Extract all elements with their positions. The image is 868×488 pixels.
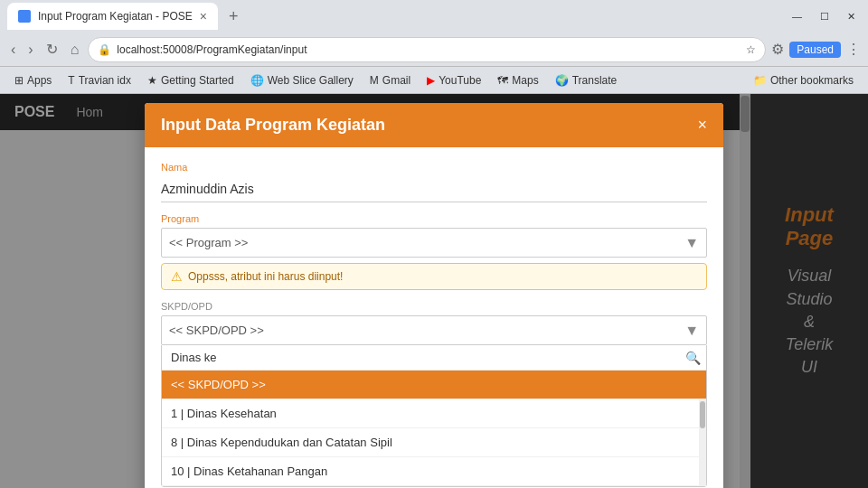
gmail-label: Gmail	[382, 74, 410, 87]
apps-icon: ⊞	[14, 74, 24, 87]
travian-label: Travian idx	[79, 74, 131, 87]
skpd-label: SKPD/OPD	[161, 301, 707, 312]
warning-text: Oppsss, atribut ini harus diinput!	[188, 270, 343, 283]
getting-started-label: Getting Started	[161, 74, 234, 87]
folder-icon: 📁	[753, 74, 767, 87]
skpd-dropdown-popup: 🔍 << SKPD/OPD >> 1 | Dinas Kesehatan 8 |…	[161, 345, 707, 487]
other-bookmarks-label: Other bookmarks	[770, 74, 854, 87]
forward-button[interactable]: ›	[24, 38, 36, 61]
skpd-select[interactable]: << SKPD/OPD >>	[162, 316, 706, 344]
youtube-icon: ▶	[427, 74, 435, 87]
gmail-icon: M	[370, 74, 379, 87]
page-content: POSE Hom Logout InputPage VisualStudio&T…	[0, 94, 868, 488]
apps-label: Apps	[27, 74, 52, 87]
bookmarks-bar: ⊞ Apps T Travian idx ★ Getting Started 🌐…	[0, 67, 868, 94]
maps-label: Maps	[512, 74, 538, 87]
dropdown-search-bar: 🔍	[162, 345, 706, 371]
menu-icon[interactable]: ⋮	[846, 41, 861, 58]
modal-header: Input Data Program Kegiatan ×	[145, 103, 723, 147]
nama-field-group: Nama	[161, 162, 707, 202]
nama-input[interactable]	[161, 176, 707, 202]
back-button[interactable]: ‹	[7, 38, 19, 61]
dropdown-option-1[interactable]: 1 | Dinas Kesehatan	[162, 399, 706, 428]
skpd-select-wrapper: << SKPD/OPD >> ▼	[161, 315, 707, 345]
lock-icon: 🔒	[98, 43, 111, 56]
new-tab-button[interactable]: +	[223, 7, 244, 26]
web-slice-icon: 🌐	[250, 74, 264, 87]
other-bookmarks[interactable]: 📁 Other bookmarks	[746, 72, 861, 89]
skpd-field-group: SKPD/OPD << SKPD/OPD >> ▼ 🔍 << SKPD	[161, 301, 707, 487]
program-label: Program	[161, 213, 707, 224]
tab-close-button[interactable]: ×	[200, 9, 207, 23]
maximize-button[interactable]: ☐	[815, 11, 835, 23]
bookmark-translate[interactable]: 🌍 Translate	[548, 72, 625, 89]
dropdown-search-input[interactable]	[167, 349, 685, 366]
tab-favicon	[18, 10, 31, 23]
refresh-button[interactable]: ↻	[42, 37, 61, 61]
bookmark-getting-started[interactable]: ★ Getting Started	[140, 72, 241, 89]
modal-body: Nama Program << Program >> ▼ ⚠	[145, 147, 723, 488]
warning-icon: ⚠	[171, 269, 183, 284]
browser-toolbar: ‹ › ↻ ⌂ 🔒 localhost:50008/ProgramKegiata…	[0, 33, 868, 67]
bookmark-web-slice[interactable]: 🌐 Web Slice Gallery	[243, 72, 361, 89]
search-icon[interactable]: 🔍	[685, 351, 701, 365]
modal-backdrop: Input Data Program Kegiatan × Nama Progr…	[0, 94, 868, 488]
tab-title: Input Program Kegiatan - POSE	[38, 10, 193, 23]
youtube-label: YouTube	[439, 74, 481, 87]
maps-icon: 🗺	[497, 74, 508, 87]
extensions-icon[interactable]: ⚙	[771, 41, 784, 58]
nama-label: Nama	[161, 162, 707, 173]
translate-label: Translate	[572, 74, 618, 87]
dropdown-option-8[interactable]: 8 | Dinas Kependudukan dan Catatan Sipil	[162, 428, 706, 457]
translate-icon: 🌍	[555, 74, 569, 87]
program-select-wrapper: << Program >> ▼	[161, 228, 707, 258]
warning-message: ⚠ Oppsss, atribut ini harus diinput!	[161, 263, 707, 290]
modal-dialog: Input Data Program Kegiatan × Nama Progr…	[145, 103, 723, 488]
close-window-button[interactable]: ✕	[842, 11, 861, 23]
bookmark-gmail[interactable]: M Gmail	[363, 72, 418, 89]
bookmark-apps[interactable]: ⊞ Apps	[7, 72, 59, 89]
toolbar-icons: ⚙ Paused ⋮	[771, 41, 861, 58]
modal-close-button[interactable]: ×	[697, 116, 707, 135]
web-slice-label: Web Slice Gallery	[268, 74, 354, 87]
program-select[interactable]: << Program >>	[162, 229, 706, 257]
program-field-group: Program << Program >> ▼ ⚠ Oppsss, atribu…	[161, 213, 707, 290]
home-button[interactable]: ⌂	[67, 38, 83, 61]
minimize-button[interactable]: —	[787, 11, 807, 22]
modal-title: Input Data Program Kegiatan	[161, 116, 385, 135]
url-text: localhost:50008/ProgramKegiatan/input	[117, 43, 741, 56]
browser-tab[interactable]: Input Program Kegiatan - POSE ×	[7, 3, 218, 30]
getting-started-icon: ★	[147, 74, 157, 87]
dropdown-option-default[interactable]: << SKPD/OPD >>	[162, 371, 706, 399]
bookmark-travian[interactable]: T Travian idx	[61, 72, 138, 89]
bookmark-maps[interactable]: 🗺 Maps	[490, 72, 545, 89]
dropdown-option-10[interactable]: 10 | Dinas Ketahanan Pangan	[162, 457, 706, 486]
window-controls: — ☐ ✕	[787, 11, 861, 23]
browser-titlebar: Input Program Kegiatan - POSE × + — ☐ ✕	[0, 0, 868, 33]
paused-button[interactable]: Paused	[789, 42, 841, 58]
address-bar[interactable]: 🔒 localhost:50008/ProgramKegiatan/input …	[88, 37, 766, 62]
travian-icon: T	[68, 74, 74, 87]
star-icon[interactable]: ☆	[746, 43, 756, 56]
bookmark-youtube[interactable]: ▶ YouTube	[420, 72, 488, 89]
